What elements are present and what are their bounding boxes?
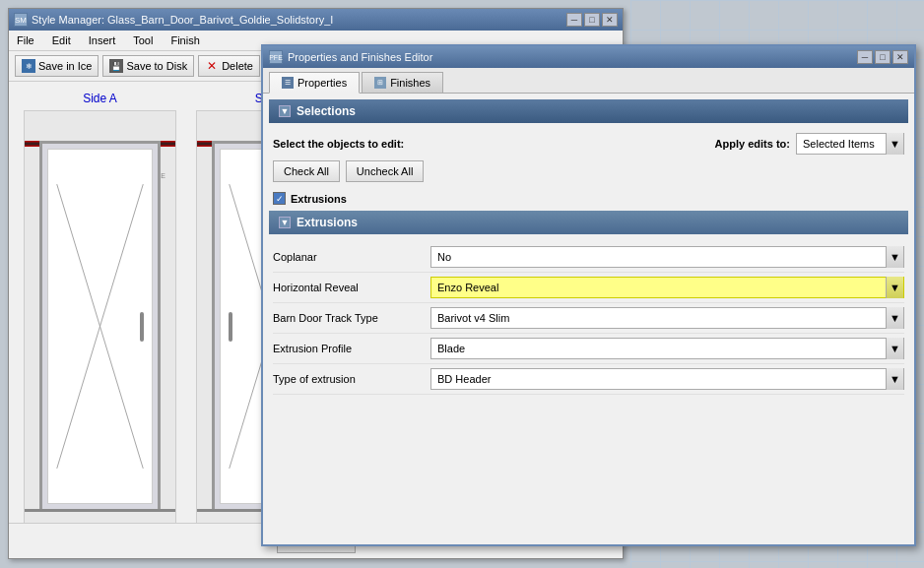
prop-value-0: No (431, 251, 886, 263)
prop-label-2: Barn Door Track Type (273, 312, 430, 324)
prop-label-4: Type of extrusion (273, 373, 430, 385)
style-manager-title: Style Manager: Glass_Barn_Door_Barivot_G… (32, 14, 333, 26)
extrusions-checkbox-label: Extrusions (291, 193, 347, 205)
tab-finishes[interactable]: ⊞ Finishes (362, 72, 443, 93)
style-manager-icon: SM (14, 13, 28, 27)
extrusions-section-header: ▼ Extrusions (269, 211, 908, 234)
svg-line-1 (57, 184, 144, 469)
side-a-door-lines (48, 150, 152, 503)
prop-value-container-2[interactable]: Barivot v4 Slim▼ (430, 307, 904, 329)
tab-finishes-label: Finishes (390, 77, 430, 89)
prop-label-1: Horizontal Reveal (273, 282, 430, 293)
uncheck-all-button[interactable]: Uncheck All (346, 160, 424, 182)
props-titlebar: PFE Properties and Finishes Editor ─ □ ✕ (263, 46, 914, 68)
menu-finish[interactable]: Finish (166, 32, 203, 48)
selections-collapse-icon[interactable]: ▼ (279, 105, 291, 117)
properties-window: PFE Properties and Finishes Editor ─ □ ✕… (261, 44, 916, 546)
side-a-door-container: NO TILE ON NO TILE NO TILE (24, 110, 176, 533)
svg-line-0 (57, 184, 144, 469)
prop-value-container-1[interactable]: Enzo Reveal▼ (430, 277, 904, 298)
apply-edits-dropdown-arrow[interactable]: ▼ (886, 133, 903, 155)
select-objects-label: Select the objects to edit: (273, 138, 404, 150)
save-to-disk-label: Save to Disk (126, 60, 187, 72)
prop-row-4: Type of extrusionBD Header▼ (273, 364, 904, 395)
props-close-button[interactable]: ✕ (892, 50, 908, 64)
prop-label-3: Extrusion Profile (273, 343, 430, 354)
menu-insert[interactable]: Insert (85, 32, 120, 48)
side-a-door-handle (140, 312, 144, 342)
apply-edits-label: Apply edits to: (715, 138, 790, 150)
properties-grid: CoplanarNo▼Horizontal RevealEnzo Reveal▼… (263, 238, 914, 399)
prop-dropdown-arrow-2[interactable]: ▼ (886, 307, 903, 329)
props-minimize-button[interactable]: ─ (857, 50, 873, 64)
maximize-button[interactable]: □ (584, 13, 600, 27)
select-objects-row: Select the objects to edit: Apply edits … (263, 127, 914, 160)
side-a-bottom-bar (25, 509, 175, 512)
menu-file[interactable]: File (13, 32, 38, 48)
tab-finishes-icon: ⊞ (374, 77, 386, 89)
checkbox-checkmark: ✓ (276, 194, 284, 204)
menu-edit[interactable]: Edit (48, 32, 75, 48)
save-to-disk-button[interactable]: 💾 Save to Disk (102, 55, 194, 77)
prop-value-4: BD Header (431, 373, 886, 385)
prop-value-3: Blade (431, 343, 886, 354)
prop-dropdown-arrow-0[interactable]: ▼ (886, 246, 903, 268)
tab-properties-icon: ☰ (282, 77, 294, 89)
side-b-door-handle (229, 312, 232, 342)
props-window-icon: PFE (269, 50, 283, 64)
close-button[interactable]: ✕ (602, 13, 618, 27)
window-controls: ─ □ ✕ (566, 13, 618, 27)
extrusions-collapse-icon[interactable]: ▼ (279, 217, 291, 228)
delete-icon: ✕ (205, 59, 219, 73)
apply-edits-section: Apply edits to: Selected Items ▼ (715, 133, 904, 155)
props-window-title: Properties and Finishes Editor (288, 51, 432, 63)
side-a-door-inner (47, 149, 153, 504)
extrusions-section-label: Extrusions (297, 216, 358, 229)
tab-properties-label: Properties (297, 77, 347, 89)
prop-row-2: Barn Door Track TypeBarivot v4 Slim▼ (273, 303, 904, 334)
tab-bar: ☰ Properties ⊞ Finishes (263, 68, 914, 94)
prop-dropdown-arrow-3[interactable]: ▼ (886, 338, 903, 359)
menu-tool[interactable]: Tool (129, 32, 157, 48)
prop-value-container-3[interactable]: Blade▼ (430, 338, 904, 359)
prop-value-container-0[interactable]: No▼ (430, 246, 904, 268)
apply-edits-value: Selected Items (797, 138, 886, 150)
prop-row-1: Horizontal RevealEnzo Reveal▼ (273, 273, 904, 303)
tab-properties[interactable]: ☰ Properties (269, 72, 360, 94)
style-manager-titlebar: SM Style Manager: Glass_Barn_Door_Barivo… (9, 9, 623, 31)
check-buttons-row: Check All Uncheck All (263, 160, 914, 188)
prop-row-0: CoplanarNo▼ (273, 242, 904, 273)
extrusions-checkbox-row: ✓ Extrusions (263, 188, 914, 209)
selections-header: ▼ Selections (269, 99, 908, 123)
prop-label-0: Coplanar (273, 251, 430, 263)
side-a-door-frame (39, 141, 161, 512)
delete-label: Delete (222, 60, 253, 72)
selections-header-label: Selections (297, 104, 356, 118)
side-a-label: Side A (83, 92, 117, 105)
save-disk-icon: 💾 (109, 59, 123, 73)
prop-row-3: Extrusion ProfileBlade▼ (273, 334, 904, 364)
delete-button[interactable]: ✕ Delete (198, 55, 260, 77)
save-in-ice-label: Save in Ice (38, 60, 92, 72)
save-in-ice-button[interactable]: ❄ Save in Ice (15, 55, 99, 77)
props-window-controls: ─ □ ✕ (857, 50, 908, 64)
props-titlebar-left: PFE Properties and Finishes Editor (269, 50, 432, 64)
prop-value-container-4[interactable]: BD Header▼ (430, 368, 904, 390)
apply-edits-dropdown[interactable]: Selected Items ▼ (796, 133, 904, 155)
prop-dropdown-arrow-4[interactable]: ▼ (886, 368, 903, 390)
titlebar-left: SM Style Manager: Glass_Barn_Door_Barivo… (14, 13, 333, 27)
prop-dropdown-arrow-1[interactable]: ▼ (886, 277, 903, 298)
props-maximize-button[interactable]: □ (875, 50, 891, 64)
minimize-button[interactable]: ─ (566, 13, 582, 27)
side-a-panel: Side A NO TILE ON NO TILE NO TILE (19, 92, 181, 533)
prop-value-1: Enzo Reveal (431, 282, 886, 293)
prop-value-2: Barivot v4 Slim (431, 312, 886, 324)
check-all-button[interactable]: Check All (273, 160, 340, 182)
save-ice-icon: ❄ (22, 59, 35, 73)
extrusions-checkbox[interactable]: ✓ (273, 192, 286, 205)
